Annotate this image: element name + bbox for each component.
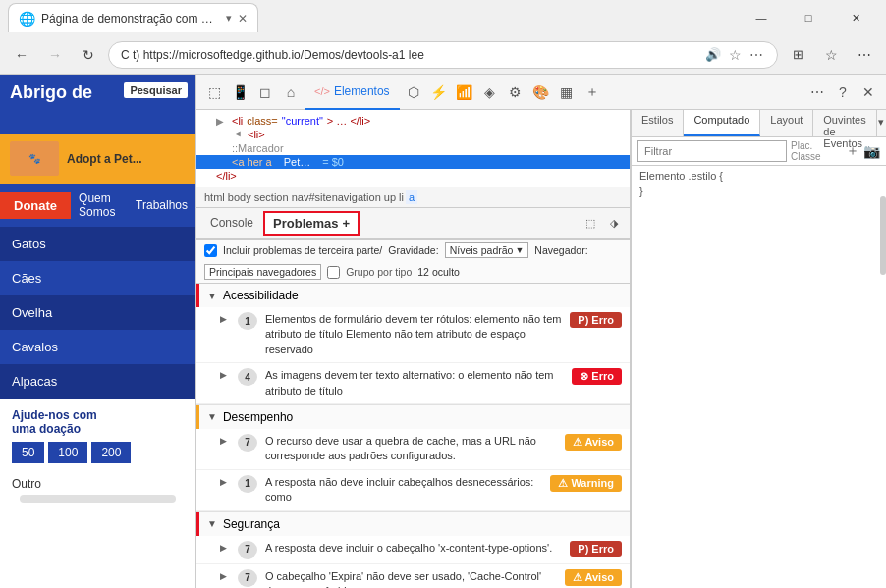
problem-count-1: 1 [238,312,257,330]
styles-scrollbar[interactable] [880,196,886,275]
problem-expand-3[interactable]: ▶ [220,436,230,446]
filter-input[interactable] [637,140,787,162]
close-button[interactable]: ✕ [833,3,878,32]
refresh-button[interactable]: ↻ [75,41,102,69]
breadcrumb-bar: html body section nav#sitenavigation up … [196,187,630,208]
nav-item-quem-somos[interactable]: Quem Somos [71,184,128,227]
tab-elements[interactable]: </> Elementos [305,75,400,110]
problem-expand-1[interactable]: ▶ [220,314,230,324]
window-controls: — □ ✕ [739,3,878,32]
tab-estilos[interactable]: Estilos [632,110,684,136]
animal-alpacas[interactable]: Alpacas [0,364,195,399]
problem-expand-2[interactable]: ▶ [220,370,230,380]
more-icon[interactable]: ⋯ [748,45,765,65]
site-banner: 🐾 Adopt a Pet... [0,134,195,184]
minimize-button[interactable]: — [739,3,784,32]
badge-warning-3: ⚠ Aviso [565,434,622,451]
3d-icon[interactable]: ◈ [478,80,502,104]
site-search[interactable]: Pesquisar [124,82,188,98]
tab-ouvintes[interactable]: Ouvintes de Eventos [813,110,876,136]
problem-count-5: 7 [238,541,257,559]
favorites-icon[interactable]: ☆ [727,45,744,65]
gravity-dropdown[interactable]: Níveis padrão ▼ [445,242,529,258]
section-header-acessibilidade[interactable]: ▼ Acessibilidade [196,284,630,307]
wifi-icon[interactable]: 📶 [453,80,476,104]
animal-gatos[interactable]: Gatos [0,227,195,261]
performance-icon[interactable]: ⚡ [427,80,451,104]
inspect-icon[interactable]: ⬚ [202,80,226,104]
styles-more-icon[interactable]: ▾ [877,110,886,134]
devtools-tabs-row: Console Problemas + ⬚ ⬗ [196,208,630,240]
problem-item: ▶ 1 Elementos de formulário devem ter ró… [196,307,630,363]
tab-problems[interactable]: Problemas + [263,211,360,236]
add-tab-icon[interactable]: + [343,216,351,231]
help-icon[interactable]: ? [831,80,855,104]
animal-caes[interactable]: Cães [0,261,195,295]
nav-item-trabalhos[interactable]: Trabalhos [128,190,195,220]
breadcrumb-path: html body section nav#sitenavigation up … [204,191,404,203]
overflow-icon[interactable]: ⋯ [805,80,829,104]
elements-icon[interactable]: ◻ [253,80,277,104]
styles-filter: Plac. Classe ＋ 📷 [632,137,886,166]
grid-icon[interactable]: ▦ [555,80,579,104]
group-checkbox[interactable] [327,266,340,279]
popout-icon[interactable]: ⬚ [579,211,602,235]
add-style-icon[interactable]: ＋ [846,142,859,160]
back-button[interactable]: ← [8,41,35,69]
settings-gear-icon[interactable]: ⚙ [504,80,527,104]
amount-200[interactable]: 200 [91,442,131,463]
site-animals-list: Gatos Cães Ovelha Cavalos Alpacas [0,227,195,399]
site-header-title: Abrigo de [10,82,92,102]
snapshot-icon[interactable]: 📷 [863,143,880,159]
tab-dropdown-icon[interactable]: ▾ [226,12,232,25]
section-header-desempenho[interactable]: ▼ Desempenho [196,405,630,429]
home-icon[interactable]: ⌂ [279,80,303,104]
amount-50[interactable]: 50 [12,442,44,463]
forward-button[interactable]: → [41,41,69,69]
address-input[interactable]: C t) https://microsoftedge.github.io/Dem… [108,41,778,69]
footer-text2: uma doação [12,422,184,436]
scrollbar[interactable] [20,495,176,503]
problem-text-3a: O recurso deve usar a quebra de cache, m… [265,435,536,461]
device-icon[interactable]: 📱 [228,80,251,104]
split-screen-icon[interactable]: ⊞ [784,41,811,69]
animal-ovelha[interactable]: Ovelha [0,295,195,330]
tab-close-icon[interactable]: ✕ [238,12,248,26]
browser-dropdown[interactable]: Principais navegadores [204,264,321,280]
expand-arrow-1[interactable]: ▶ [216,116,228,127]
section-title-desempenho: Desempenho [223,410,293,424]
problem-text-2: As imagens devem ter texto alternativo: … [265,368,564,399]
network-icon[interactable]: ⬡ [402,80,425,104]
tab-layout[interactable]: Layout [760,110,813,136]
expand-arrow-2[interactable]: ▼ [233,129,244,140]
add-tab-icon[interactable]: ＋ [581,80,604,104]
html-line-4[interactable]: <a her a Pet… = $0 [196,155,630,169]
maximize-button[interactable]: □ [786,3,831,32]
tab-computado[interactable]: Computado [684,110,760,136]
style-closing-brace: } [639,186,878,197]
footer-outro[interactable]: Outro [0,473,195,495]
favorites-icon[interactable]: ☆ [817,41,845,69]
styles-content: Elemento .estilo { } [632,166,886,201]
paint-icon[interactable]: 🎨 [529,80,553,104]
problem-count-2: 4 [238,368,257,386]
tag-a: <a her a [232,156,272,168]
problem-expand-4[interactable]: ▶ [220,477,230,487]
breadcrumb-active: a [406,190,417,204]
close-devtools-icon[interactable]: ✕ [857,80,880,104]
third-party-checkbox[interactable] [204,244,217,257]
equals-value: = $0 [322,156,344,168]
donate-button[interactable]: Donate [0,192,71,219]
detach-icon[interactable]: ⬗ [602,211,626,235]
gravity-arrow-icon: ▼ [515,245,524,255]
animal-cavalos[interactable]: Cavalos [0,330,195,364]
section-header-seguranca[interactable]: ▼ Segurança [196,512,630,536]
html-panel: ▶ <li class= "current" > … </li> ▼ <li> [196,110,630,187]
settings-icon[interactable]: ⋯ [851,41,878,69]
problem-item: ▶ 7 A resposta deve incluir o cabeçalho … [196,536,630,564]
tab-console[interactable]: Console [200,207,263,239]
amount-100[interactable]: 100 [48,442,87,463]
read-aloud-icon[interactable]: 🔊 [703,45,723,65]
problem-expand-5[interactable]: ▶ [220,543,230,553]
problem-expand-6[interactable]: ▶ [220,571,230,581]
